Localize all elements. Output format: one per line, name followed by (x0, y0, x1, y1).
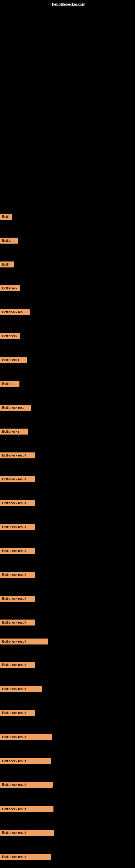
bottleneck-result-item[interactable]: Bottleneck result (0, 453, 35, 458)
bottleneck-result-item[interactable]: Bottl (0, 261, 14, 268)
bottleneck-result-item[interactable]: Bottleneck result (0, 476, 35, 482)
bottleneck-result-item[interactable]: Bottleneck result (0, 758, 51, 764)
bottleneck-result-item[interactable]: Bottleneck (0, 238, 18, 244)
bottleneck-result-item[interactable]: Bottleneck res (0, 309, 30, 315)
bottleneck-result-item[interactable]: Bottleneck r (0, 357, 27, 363)
bottleneck-result-item[interactable]: Bottleneck (0, 333, 20, 339)
bottleneck-result-item[interactable]: Bottleneck result (0, 734, 52, 740)
bottleneck-result-item[interactable]: Bottleneck resu (0, 405, 31, 411)
bottleneck-result-item[interactable]: Bottleneck result (0, 686, 42, 692)
bottleneck-result-item[interactable]: Bottleneck result (0, 596, 35, 601)
bottleneck-result-item[interactable]: Bottleneck (0, 381, 19, 387)
bottleneck-result-item[interactable]: Bottleneck result (0, 572, 35, 578)
bottleneck-result-item[interactable]: Bottleneck result (0, 854, 51, 860)
bottleneck-result-item[interactable]: Bottleneck result (0, 639, 48, 645)
bottleneck-result-item[interactable]: Bottleneck result (0, 548, 35, 554)
bottleneck-result-item[interactable]: Bottleneck result (0, 620, 35, 625)
bottleneck-result-item[interactable]: Bottleneck r (0, 429, 28, 435)
bottleneck-result-item[interactable]: Bottleneck result (0, 662, 35, 668)
bottleneck-result-item[interactable]: Bottleneck result (0, 524, 35, 530)
bottleneck-result-item[interactable]: Bottl (0, 214, 12, 220)
site-title: TheBottlenecker.com (0, 2, 135, 6)
bottleneck-result-item[interactable]: Bottleneck result (0, 782, 53, 788)
bottleneck-result-item[interactable]: Bottleneck result (0, 806, 53, 812)
bottleneck-result-item[interactable]: Bottleneck result (0, 830, 54, 836)
bottleneck-result-item[interactable]: Bottleneck result (0, 500, 35, 506)
bottleneck-result-item[interactable]: Bottleneck (0, 285, 20, 291)
bottleneck-result-item[interactable]: Bottleneck result (0, 710, 35, 716)
